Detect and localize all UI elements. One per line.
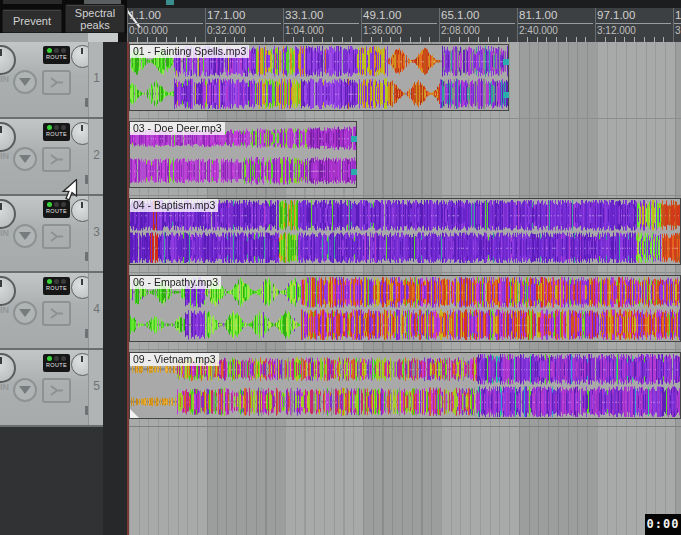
ruler-time-label: 3:12.000 bbox=[597, 25, 636, 36]
monitor-arrow-icon bbox=[19, 232, 31, 240]
track-panel-5[interactable]: ROUTEIN5 bbox=[0, 350, 103, 427]
ruler-measure-label: 49.1.00 bbox=[363, 9, 401, 21]
track-panel-2[interactable]: ROUTEIN2 bbox=[0, 119, 103, 196]
ruler-major-tick bbox=[127, 8, 128, 42]
route-leds-icon bbox=[43, 277, 70, 284]
route-label: ROUTE bbox=[43, 361, 70, 369]
ruler-underline bbox=[596, 23, 671, 24]
input-label: IN bbox=[0, 382, 9, 392]
track-number: 3 bbox=[89, 225, 104, 239]
ruler-time-label: 0:00.000 bbox=[129, 25, 168, 36]
ruler-measure-label: 113.1.00 bbox=[675, 9, 681, 21]
media-item[interactable]: 09 - Vietnam.mp3 bbox=[129, 352, 681, 419]
spectral-peaks-label-line2: peaks bbox=[80, 19, 109, 31]
ruler-major-tick bbox=[517, 8, 518, 42]
track-number-strip[interactable]: 5 bbox=[88, 350, 104, 425]
track-number: 4 bbox=[89, 302, 104, 316]
envelope-button[interactable] bbox=[42, 224, 71, 249]
item-label: 09 - Vietnam.mp3 bbox=[130, 353, 219, 366]
volume-knob[interactable] bbox=[0, 276, 16, 306]
route-button[interactable]: ROUTE bbox=[43, 354, 70, 372]
track-panel-3[interactable]: ROUTEIN3 bbox=[0, 196, 103, 273]
volume-knob[interactable] bbox=[0, 199, 16, 229]
input-label: IN bbox=[0, 151, 9, 161]
tcp-header-strip bbox=[0, 33, 88, 42]
toolbar-button-fragment bbox=[3, 0, 62, 4]
envelope-button[interactable] bbox=[42, 301, 71, 326]
pan-knob-mark-icon bbox=[81, 279, 83, 285]
ruler-measure-label: 81.1.00 bbox=[519, 9, 557, 21]
track-number-strip[interactable]: 2 bbox=[88, 119, 104, 194]
track-number-strip[interactable]: 1 bbox=[88, 42, 104, 117]
fade-handle[interactable] bbox=[351, 169, 357, 175]
ruler-measure-label: 17.1.00 bbox=[207, 9, 245, 21]
media-item[interactable]: 04 - Baptism.mp3 bbox=[129, 198, 681, 265]
ruler-time-label: 3:44.000 bbox=[675, 25, 681, 36]
envelope-button[interactable] bbox=[42, 378, 71, 403]
envelope-button[interactable] bbox=[42, 70, 71, 95]
ruler-top-strip bbox=[127, 0, 681, 8]
route-button[interactable]: ROUTE bbox=[43, 200, 70, 218]
volume-knob[interactable] bbox=[0, 45, 16, 75]
volume-knob[interactable] bbox=[0, 122, 16, 152]
ruler-major-tick bbox=[283, 8, 284, 42]
ruler-major-tick bbox=[439, 8, 440, 42]
fade-handle[interactable] bbox=[503, 59, 509, 65]
spectral-peaks-button[interactable]: Spectral peaks bbox=[65, 4, 125, 33]
route-button[interactable]: ROUTE bbox=[43, 46, 70, 64]
envelope-icon bbox=[49, 230, 65, 243]
ruler-time-label: 2:08.000 bbox=[441, 25, 480, 36]
route-button[interactable]: ROUTE bbox=[43, 123, 70, 141]
track-number: 5 bbox=[89, 379, 104, 393]
fade-in-handle[interactable] bbox=[130, 409, 139, 418]
record-monitor-button[interactable] bbox=[13, 301, 37, 325]
ruler-major-tick bbox=[361, 8, 362, 42]
ruler-measure-label: 33.1.00 bbox=[285, 9, 323, 21]
ruler-underline bbox=[284, 23, 359, 24]
transport-time-display[interactable]: 0:00 bbox=[645, 514, 681, 535]
route-leds-icon bbox=[43, 123, 70, 130]
ruler-measure-label: 97.1.00 bbox=[597, 9, 635, 21]
monitor-arrow-icon bbox=[19, 155, 31, 163]
record-monitor-button[interactable] bbox=[13, 70, 37, 94]
item-label: 06 - Empathy.mp3 bbox=[130, 276, 221, 289]
track-lane-divider bbox=[129, 426, 681, 427]
media-item[interactable]: 03 - Doe Deer.mp3 bbox=[129, 121, 357, 188]
tcp-header-strip-light bbox=[88, 33, 118, 42]
record-monitor-button[interactable] bbox=[13, 224, 37, 248]
timeline-ruler[interactable]: 1.1.000:00.00017.1.000:32.00033.1.001:04… bbox=[127, 8, 681, 43]
volume-knob[interactable] bbox=[0, 353, 16, 383]
item-label: 04 - Baptism.mp3 bbox=[130, 199, 218, 212]
spectral-peaks-label-line1: Spectral bbox=[75, 7, 115, 19]
ruler-time-label: 1:36.000 bbox=[363, 25, 402, 36]
arrange-view[interactable]: 01 - Fainting Spells.mp303 - Doe Deer.mp… bbox=[129, 42, 681, 535]
pan-knob-mark-icon bbox=[81, 125, 83, 131]
fade-handle[interactable] bbox=[351, 136, 357, 142]
envelope-icon bbox=[49, 384, 65, 397]
monitor-arrow-icon bbox=[19, 386, 31, 394]
ruler-measure-label: 1.1.00 bbox=[129, 9, 161, 21]
track-panel-1[interactable]: ROUTEIN1 bbox=[0, 42, 103, 119]
ruler-major-tick bbox=[205, 8, 206, 42]
envelope-button[interactable] bbox=[42, 147, 71, 172]
record-monitor-button[interactable] bbox=[13, 378, 37, 402]
ruler-time-label: 0:32.000 bbox=[207, 25, 246, 36]
track-number-strip[interactable]: 4 bbox=[88, 273, 104, 348]
media-item[interactable]: 06 - Empathy.mp3 bbox=[129, 275, 681, 342]
media-item[interactable]: 01 - Fainting Spells.mp3 bbox=[129, 44, 509, 111]
envelope-icon bbox=[49, 153, 65, 166]
input-label: IN bbox=[0, 228, 9, 238]
pan-knob-mark-icon bbox=[81, 202, 83, 208]
fade-handle[interactable] bbox=[503, 92, 509, 98]
prevent-button[interactable]: Prevent bbox=[2, 9, 62, 33]
route-button[interactable]: ROUTE bbox=[43, 277, 70, 295]
ruler-major-tick bbox=[673, 8, 674, 42]
ruler-underline bbox=[674, 23, 681, 24]
record-monitor-button[interactable] bbox=[13, 147, 37, 171]
route-leds-icon bbox=[43, 354, 70, 361]
track-lane-divider bbox=[129, 349, 681, 350]
tcp-empty-area bbox=[0, 427, 103, 535]
ruler-time-label: 2:40.000 bbox=[519, 25, 558, 36]
track-panel-4[interactable]: ROUTEIN4 bbox=[0, 273, 103, 350]
track-number-strip[interactable]: 3 bbox=[88, 196, 104, 271]
